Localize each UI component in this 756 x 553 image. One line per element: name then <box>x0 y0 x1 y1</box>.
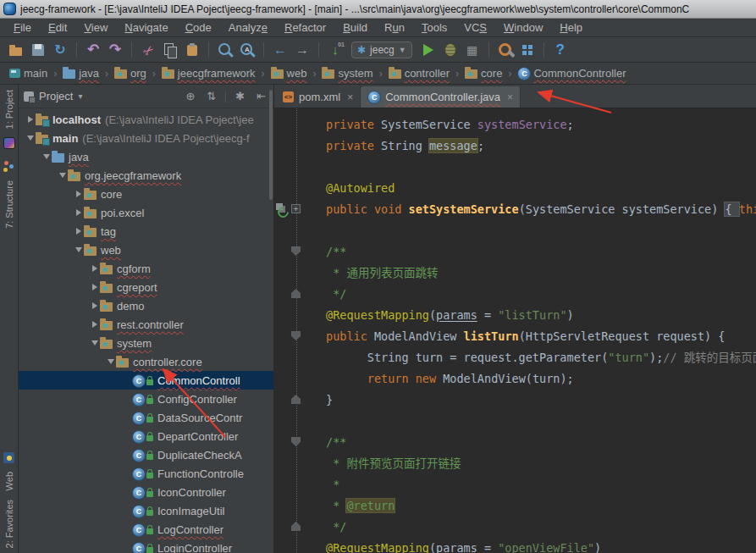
chevron-down-icon[interactable]: ▾ <box>78 91 82 101</box>
replace-icon[interactable]: A <box>238 41 257 59</box>
fold-marker-close-icon[interactable] <box>291 395 301 404</box>
tool-button-favorites[interactable]: 2: Favorites <box>4 500 14 548</box>
redo-icon[interactable]: ↷ <box>106 41 124 59</box>
breadcrumb-item-core[interactable]: core <box>462 67 505 80</box>
tree-item-system[interactable]: system <box>19 334 273 352</box>
fold-marker-close-icon[interactable] <box>291 289 301 298</box>
forward-icon[interactable]: → <box>293 41 312 59</box>
breadcrumb-item-main[interactable]: main <box>7 67 50 80</box>
menu-item-run[interactable]: Run <box>376 19 413 36</box>
tree-item-LogController[interactable]: LogController <box>19 520 273 539</box>
tree-item-ConfigController[interactable]: ConfigController <box>19 390 273 408</box>
fold-marker-open-icon[interactable] <box>291 246 301 256</box>
tool-button-structure[interactable]: 7: Structure <box>4 180 14 229</box>
breadcrumb-item-java[interactable]: java <box>60 67 102 80</box>
collapse-all-icon[interactable]: ⇅ <box>204 90 218 102</box>
menu-item-navigate[interactable]: Navigate <box>116 19 176 36</box>
coverage-icon[interactable]: ▦ <box>463 41 482 59</box>
menu-item-vcs[interactable]: VCS <box>455 19 495 36</box>
project-scrollbar-thumb[interactable] <box>269 90 273 200</box>
close-tab-icon[interactable]: × <box>347 91 353 103</box>
open-folder-icon[interactable] <box>7 41 25 59</box>
expanded-arrow-icon[interactable] <box>58 173 68 178</box>
tree-item-DepartController[interactable]: DepartController <box>19 427 273 445</box>
tree-item-FunctionControlle[interactable]: FunctionControlle <box>19 464 273 483</box>
copy-icon[interactable] <box>161 41 179 59</box>
tree-item-java[interactable]: java <box>19 147 273 166</box>
close-tab-icon[interactable]: × <box>507 91 513 103</box>
breadcrumb-item-web[interactable]: web <box>268 67 310 80</box>
tree-item-cgreport[interactable]: cgreport <box>19 278 273 296</box>
menu-item-build[interactable]: Build <box>334 19 376 36</box>
tree-item-localhost[interactable]: localhost(E:\java\InteliJ IDEA Poject\je… <box>19 110 273 129</box>
menu-item-help[interactable]: Help <box>551 19 591 36</box>
undo-icon[interactable]: ↶ <box>84 41 102 59</box>
tree-item-rest.controller[interactable]: rest.controller <box>19 315 273 334</box>
back-icon[interactable]: ← <box>271 41 290 59</box>
tree-item-web[interactable]: web <box>19 241 273 259</box>
ordering-icon[interactable]: ↓ <box>326 41 345 59</box>
breadcrumb-item-controller[interactable]: controller <box>386 67 452 80</box>
expanded-arrow-icon[interactable] <box>106 359 116 364</box>
breadcrumb-item-system[interactable]: system <box>319 67 375 80</box>
gear-icon[interactable]: ✱ <box>233 90 247 102</box>
tree-item-core[interactable]: core <box>19 185 273 203</box>
paste-icon[interactable] <box>183 41 201 59</box>
menu-item-tools[interactable]: Tools <box>413 19 455 36</box>
breadcrumb-item-CommonController[interactable]: CommonController <box>515 67 628 80</box>
tree-item-IconImageUtil[interactable]: IconImageUtil <box>19 501 273 520</box>
collapsed-arrow-icon[interactable] <box>74 191 84 197</box>
fold-marker-open-icon[interactable] <box>291 331 301 340</box>
tree-item-demo[interactable]: demo <box>19 296 273 315</box>
collapsed-arrow-icon[interactable] <box>74 228 84 235</box>
tree-item-IconController[interactable]: IconController <box>19 483 273 501</box>
breadcrumb-item-org[interactable]: org <box>112 67 149 80</box>
menu-item-refactor[interactable]: Refactor <box>276 19 334 36</box>
code-editor[interactable]: + private SystemService systemService;pr… <box>274 108 756 553</box>
structure-tool-icon[interactable] <box>4 161 8 165</box>
menu-item-window[interactable]: Window <box>495 19 551 36</box>
tree-item-LoginController[interactable]: LoginController <box>19 539 273 553</box>
tree-item-main[interactable]: main(E:\java\InteliJ IDEA Poject\jeecg-f <box>19 129 273 147</box>
idea-logo-icon[interactable] <box>3 137 15 149</box>
run-icon[interactable] <box>419 41 438 59</box>
expanded-arrow-icon[interactable] <box>90 340 100 346</box>
tree-item-cgform[interactable]: cgform <box>19 259 273 278</box>
tree-item-tag[interactable]: tag <box>19 222 273 241</box>
tree-item-poi.excel[interactable]: poi.excel <box>19 203 273 222</box>
cut-icon[interactable]: ✂ <box>135 36 162 63</box>
locate-icon[interactable]: ⊕ <box>183 90 197 102</box>
tree-item-CommonControll[interactable]: CommonControll <box>19 371 273 390</box>
fold-marker-close-icon[interactable] <box>291 522 301 531</box>
synchronize-icon[interactable]: ↻ <box>51 41 69 59</box>
collapsed-arrow-icon[interactable] <box>90 284 100 290</box>
expanded-arrow-icon[interactable] <box>74 247 84 252</box>
menu-item-edit[interactable]: Edit <box>40 19 75 36</box>
tree-item-DataSourceContr[interactable]: DataSourceContr <box>19 408 273 427</box>
web-tool-icon[interactable] <box>3 452 14 463</box>
expanded-arrow-icon[interactable] <box>25 135 36 141</box>
fold-marker-open-icon[interactable] <box>291 437 301 446</box>
tab-CommonController.java[interactable]: CommonController.java× <box>361 86 521 108</box>
find-icon[interactable] <box>216 41 235 59</box>
run-configuration-combo[interactable]: ✱jeecg▼ <box>351 41 412 58</box>
tool-button-web[interactable]: Web <box>4 472 14 490</box>
tab-pom.xml[interactable]: <>pom.xml× <box>276 86 361 108</box>
project-structure-icon[interactable] <box>518 41 537 59</box>
expanded-arrow-icon[interactable] <box>41 154 52 159</box>
tree-item-controller.core[interactable]: controller.core <box>19 352 273 371</box>
breadcrumb-item-jeecgframework[interactable]: jeecgframework <box>159 67 258 80</box>
spring-bean-gutter-icon[interactable] <box>276 203 288 215</box>
menu-item-file[interactable]: File <box>5 19 40 36</box>
collapsed-arrow-icon[interactable] <box>90 302 100 309</box>
tree-item-org.jeecgframework[interactable]: org.jeecgframework <box>19 166 273 185</box>
save-all-icon[interactable] <box>29 41 47 59</box>
debug-icon[interactable] <box>441 41 460 59</box>
fold-marker-plus-icon[interactable]: + <box>291 204 301 213</box>
collapsed-arrow-icon[interactable] <box>90 321 100 328</box>
menu-item-code[interactable]: Code <box>177 19 220 36</box>
collapsed-arrow-icon[interactable] <box>74 209 84 216</box>
settings-icon[interactable] <box>496 41 515 59</box>
tool-button-project[interactable]: 1: Project <box>4 90 14 129</box>
hide-panel-icon[interactable]: ⇤ <box>254 90 268 102</box>
